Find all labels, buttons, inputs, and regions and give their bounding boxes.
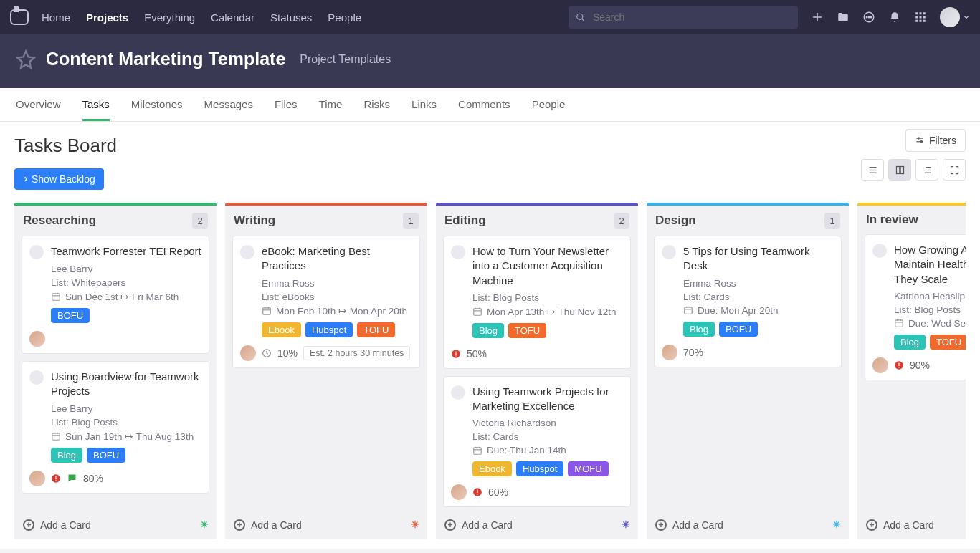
tab-links[interactable]: Links (411, 88, 437, 121)
complete-checkbox[interactable] (29, 245, 44, 259)
add-card-button[interactable]: +Add a Card (647, 511, 849, 539)
assignee-avatar-icon[interactable] (240, 345, 256, 361)
add-card-button[interactable]: +Add a Card (14, 511, 217, 539)
assignee-avatar-icon[interactable] (872, 357, 888, 373)
svg-point-5 (870, 16, 872, 18)
complete-checkbox[interactable] (451, 385, 465, 400)
task-card[interactable]: eBook: Marketing Best PracticesEmma Ross… (232, 236, 420, 368)
tab-comments[interactable]: Comments (458, 88, 510, 121)
add-button[interactable] (811, 11, 824, 24)
tab-overview[interactable]: Overview (16, 88, 61, 121)
view-list-button[interactable] (861, 159, 884, 181)
card-assignee: Victoria Richardson (472, 418, 623, 428)
filters-button[interactable]: Filters (905, 129, 966, 152)
svg-rect-56 (477, 494, 477, 495)
card-footer: 90% (872, 357, 966, 374)
tag-bofu[interactable]: BOFU (719, 322, 758, 337)
svg-rect-61 (895, 320, 903, 327)
tag-tofu[interactable]: TOFU (357, 322, 395, 337)
column-handle-icon[interactable] (621, 519, 631, 532)
column-handle-icon[interactable] (832, 519, 842, 532)
tab-files[interactable]: Files (275, 88, 298, 121)
complete-checkbox[interactable] (240, 245, 254, 259)
apps-grid-icon[interactable] (914, 11, 927, 24)
assignee-avatar-icon[interactable] (29, 331, 45, 347)
card-dates: Mon Apr 13th ↦ Thu Nov 12th (472, 306, 623, 317)
assignee-avatar-icon[interactable] (29, 471, 45, 486)
tab-messages[interactable]: Messages (204, 88, 253, 121)
calendar-icon (472, 446, 482, 456)
tag-tofu[interactable]: TOFU (508, 323, 546, 338)
tab-risks[interactable]: Risks (363, 88, 390, 121)
tag-blog[interactable]: Blog (51, 448, 82, 463)
tag-ebook[interactable]: Ebook (262, 322, 301, 337)
global-search[interactable] (569, 6, 798, 29)
column-handle-icon[interactable] (199, 519, 209, 532)
column-in-review: In reviewHow Growing Agencies Maintain H… (857, 203, 966, 539)
view-board-button[interactable] (888, 159, 911, 181)
nav-everything[interactable]: Everything (144, 11, 195, 24)
tag-bofu[interactable]: BOFU (87, 448, 125, 463)
task-card[interactable]: 5 Tips for Using Teamwork DeskEmma RossL… (654, 236, 842, 367)
cards-container: eBook: Marketing Best PracticesEmma Ross… (225, 236, 427, 511)
view-fullscreen-button[interactable] (943, 159, 966, 181)
complete-checkbox[interactable] (662, 245, 676, 259)
assignee-avatar-icon[interactable] (662, 345, 677, 360)
task-card[interactable]: Using Teamwork Projects for Marketing Ex… (443, 376, 631, 508)
tag-hubspot[interactable]: Hubspot (305, 322, 353, 337)
card-title: Teamwork Forrester TEI Report (51, 244, 201, 259)
card-tags: BlogTOFU (894, 335, 966, 350)
tag-blog[interactable]: Blog (894, 335, 926, 350)
column-title: Researching (23, 213, 96, 228)
tag-mofu[interactable]: MOFU (568, 461, 608, 476)
profile-menu[interactable] (940, 7, 970, 27)
tag-blog[interactable]: Blog (683, 322, 715, 337)
tag-ebook[interactable]: Ebook (472, 461, 512, 476)
complete-checkbox[interactable] (451, 245, 465, 259)
add-card-button[interactable]: +Add a Card (857, 511, 966, 539)
svg-rect-37 (55, 480, 56, 481)
tag-bofu[interactable]: BOFU (51, 308, 90, 323)
tag-blog[interactable]: Blog (472, 323, 504, 338)
nav-home[interactable]: Home (42, 11, 70, 24)
column-count-badge: 1 (403, 213, 419, 229)
progress-percent: 90% (910, 360, 930, 371)
bell-icon[interactable] (888, 11, 901, 24)
nav-calendar[interactable]: Calendar (211, 11, 254, 24)
svg-point-0 (577, 14, 583, 19)
star-icon[interactable] (16, 49, 36, 69)
add-card-button[interactable]: +Add a Card (436, 511, 638, 539)
column-title: Editing (444, 213, 486, 228)
assignee-avatar-icon[interactable] (451, 484, 467, 500)
task-card[interactable]: How to Turn Your Newsletter into a Custo… (443, 236, 631, 369)
show-backlog-button[interactable]: Show Backlog (14, 168, 104, 190)
task-card[interactable]: Using Boardview for Teamwork ProjectsLee… (22, 361, 209, 494)
folder-icon[interactable] (837, 11, 850, 24)
svg-rect-12 (915, 20, 918, 22)
tag-tofu[interactable]: TOFU (930, 335, 966, 350)
nav-statuses[interactable]: Statuses (270, 11, 312, 24)
task-card[interactable]: How Growing Agencies Maintain Healthy Ma… (865, 234, 966, 380)
svg-rect-11 (923, 16, 926, 19)
nav-people[interactable]: People (328, 11, 361, 24)
app-logo-icon[interactable] (10, 9, 29, 25)
column-handle-icon[interactable] (410, 519, 420, 532)
svg-rect-14 (923, 20, 926, 22)
card-tags: EbookHubspotTOFU (262, 322, 412, 337)
complete-checkbox[interactable] (872, 244, 887, 258)
tab-tasks[interactable]: Tasks (82, 88, 110, 121)
svg-rect-66 (898, 362, 899, 366)
tab-milestones[interactable]: Milestones (131, 88, 183, 121)
add-card-button[interactable]: +Add a Card (225, 511, 427, 539)
task-card[interactable]: Teamwork Forrester TEI ReportLee BarryLi… (22, 236, 209, 354)
complete-checkbox[interactable] (29, 370, 44, 385)
tab-people[interactable]: People (532, 88, 566, 121)
card-dates: Due: Wed Sep 30th (894, 318, 966, 329)
tab-time[interactable]: Time (319, 88, 343, 121)
search-input[interactable] (591, 11, 791, 24)
nav-projects[interactable]: Projects (86, 11, 128, 24)
view-gantt-button[interactable] (915, 159, 938, 181)
project-subtitle[interactable]: Project Templates (300, 53, 391, 66)
chat-icon[interactable] (862, 11, 875, 24)
tag-hubspot[interactable]: Hubspot (516, 461, 563, 476)
